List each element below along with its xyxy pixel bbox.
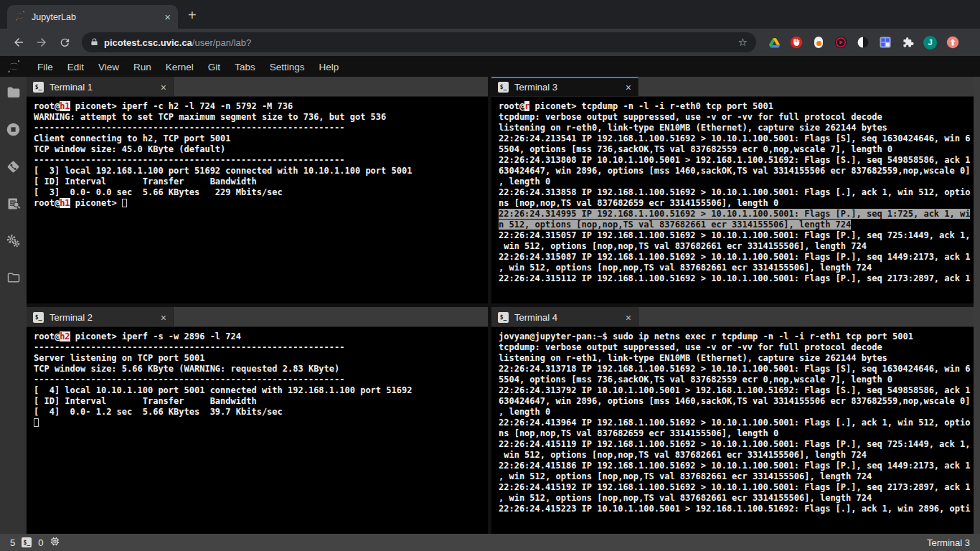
panel-terminal-4: $_ Terminal 4 × jovyan@jupyter-pan:~$ su… <box>491 307 974 534</box>
terminal-line: 22:26:24.415192 IP 192.168.1.100.51692 >… <box>499 482 974 493</box>
terminal-line: 5504, options [mss 736,sackOK,TS val 837… <box>499 375 974 385</box>
browser-tab[interactable]: JupyterLab × <box>7 5 178 29</box>
terminal-line: listening on r-eth0, link-type EN10MB (E… <box>499 123 974 133</box>
menu-tabs[interactable]: Tabs <box>227 62 263 72</box>
menu-view[interactable]: View <box>91 62 126 72</box>
dock-panel: $_ Terminal 1 × root@h1 piconet> iperf -… <box>27 77 974 534</box>
tab-terminal-3[interactable]: $_ Terminal 3 × <box>491 77 639 96</box>
menu-run[interactable]: Run <box>126 62 159 72</box>
terminal-3-output[interactable]: root@r piconet> tcpdump -n -l -i r-eth0 … <box>491 97 974 303</box>
back-icon[interactable] <box>9 33 28 52</box>
forward-icon[interactable] <box>32 33 51 52</box>
kernel-chip-icon[interactable] <box>50 536 60 549</box>
running-sessions-icon[interactable] <box>6 122 21 140</box>
terminal-icon: $_ <box>33 312 44 323</box>
lock-icon <box>90 36 98 49</box>
close-icon[interactable]: × <box>626 312 631 324</box>
play-circle-icon[interactable] <box>834 36 847 49</box>
git-icon[interactable] <box>6 159 21 177</box>
menu-edit[interactable]: Edit <box>60 62 91 72</box>
close-tab-icon[interactable]: × <box>164 11 171 22</box>
terminal-line: 22:26:24.314995 IP 192.168.1.100.51692 >… <box>499 209 974 220</box>
terminal-line: ns [nop,nop,TS val 837682659 ecr 3314155… <box>499 198 974 209</box>
terminal-icon[interactable]: $_ <box>22 537 32 547</box>
dark-reader-icon[interactable] <box>857 36 870 49</box>
gears-icon[interactable] <box>6 233 21 251</box>
bookmark-star-icon[interactable]: ☆ <box>738 36 748 49</box>
tab-label: Terminal 3 <box>514 82 557 93</box>
terminal-1-output[interactable]: root@h1 piconet> iperf -c h2 -l 724 -n 5… <box>27 97 488 303</box>
drive-icon[interactable] <box>768 36 781 49</box>
terminal-line: 22:26:24.415223 IP 10.10.1.100.5001 > 19… <box>499 504 974 514</box>
folder-outline-icon[interactable] <box>6 270 21 288</box>
kernels-count: 0 <box>38 537 43 548</box>
terminal-line: , length 0 <box>499 176 974 187</box>
adblock-hand-icon[interactable] <box>790 36 803 49</box>
menu-settings[interactable]: Settings <box>263 62 312 72</box>
inspector-search-icon[interactable] <box>6 197 21 214</box>
reload-icon[interactable] <box>55 33 74 52</box>
terminal-line: [ 4] local 10.10.1.100 port 5001 connect… <box>34 385 488 396</box>
extensions-row: J <box>768 36 959 50</box>
tab-terminal-2[interactable]: $_ Terminal 2 × <box>27 307 174 326</box>
puzzle-icon[interactable] <box>901 36 914 49</box>
terminal-line: root@r piconet> tcpdump -n -l -i r-eth0 … <box>499 101 974 112</box>
terminal-line: TCP window size: 5.66 KByte (WARNING: re… <box>34 364 488 375</box>
terminal-line: tcpdump: verbose output suppressed, use … <box>499 112 974 123</box>
menu-kernel[interactable]: Kernel <box>159 62 201 72</box>
terminals-count: 5 <box>10 537 15 548</box>
tab-label: Terminal 1 <box>50 82 93 93</box>
url-bar[interactable]: picotest.csc.uvic.ca/user/pan/lab? ☆ <box>82 32 756 52</box>
egg-icon[interactable] <box>812 36 825 49</box>
jupyterlab-main: $_ Terminal 1 × root@h1 piconet> iperf -… <box>0 77 980 534</box>
terminal-line: WARNING: attempt to set TCP maximum segm… <box>34 112 488 123</box>
tab-terminal-4[interactable]: $_ Terminal 4 × <box>491 307 639 326</box>
terminal-line <box>34 418 488 428</box>
terminal-line: win 512, options [nop,nop,TS val 8376826… <box>499 241 974 252</box>
panel-terminal-1: $_ Terminal 1 × root@h1 piconet> iperf -… <box>27 77 488 303</box>
url-path: /user/pan/lab? <box>192 37 251 48</box>
terminal-line: ----------------------------------------… <box>34 375 488 385</box>
tab-label: Terminal 2 <box>50 312 93 323</box>
terminal-line: 630424647, win 2896, options [mss 1460,s… <box>499 396 974 407</box>
terminal-line: 22:26:24.313792 IP 10.10.1.100.5001 > 19… <box>499 385 974 396</box>
close-icon[interactable]: × <box>161 82 166 93</box>
terminal-line: [ 3] local 192.168.1.100 port 51692 conn… <box>34 166 488 176</box>
terminal-line: 22:26:24.315112 IP 192.168.1.100.51692 >… <box>499 273 974 284</box>
terminal-line: [ 4] 0.0- 1.2 sec 5.66 KBytes 39.7 Kbits… <box>34 407 488 418</box>
terminal-line: 22:26:24.213541 IP 192.168.1.100.51692 >… <box>499 133 974 144</box>
terminal-line: 5504, options [mss 736,sackOK,TS val 837… <box>499 144 974 155</box>
terminal-line: , win 512, options [nop,nop,TS val 83768… <box>499 471 974 482</box>
tab-grid-icon[interactable] <box>879 36 892 49</box>
file-browser-icon[interactable] <box>6 85 21 103</box>
left-sidebar <box>0 77 27 534</box>
terminal-2-output[interactable]: root@h2 piconet> iperf -s -w 2896 -l 724… <box>27 327 488 534</box>
terminal-line: [ ID] Interval Transfer Bandwidth <box>34 396 488 407</box>
status-bar: 5 $_ 0 Terminal 3 <box>0 534 980 551</box>
terminal-line: [ 3] 0.0- 0.0 sec 5.66 KBytes 229 Mbits/… <box>34 187 488 198</box>
terminal-line: root@h1 piconet> iperf -c h2 -l 724 -n 5… <box>34 101 488 112</box>
terminal-line: root@h2 piconet> iperf -s -w 2896 -l 724 <box>34 331 488 342</box>
close-icon[interactable]: × <box>161 312 166 324</box>
menu-git[interactable]: Git <box>201 62 227 72</box>
tab-terminal-1[interactable]: $_ Terminal 1 × <box>27 77 174 96</box>
terminal-line: 22:26:24.313808 IP 10.10.1.100.5001 > 19… <box>499 155 974 166</box>
terminal-line: 22:26:24.315057 IP 192.168.1.100.51692 >… <box>499 230 974 241</box>
tab-label: Terminal 4 <box>514 312 557 323</box>
terminal-line: [ ID] Interval Transfer Bandwidth <box>34 176 488 187</box>
update-circle-icon[interactable] <box>946 36 959 49</box>
terminal-line: 630424647, win 2896, options [mss 1460,s… <box>499 166 974 176</box>
menu-help[interactable]: Help <box>311 62 346 72</box>
terminal-line: , win 512, options [nop,nop,TS val 83768… <box>499 263 974 273</box>
terminal-line: ----------------------------------------… <box>34 123 488 133</box>
terminal-line: tcpdump: verbose output suppressed, use … <box>499 342 974 353</box>
close-icon[interactable]: × <box>626 82 631 93</box>
menu-file[interactable]: File <box>30 62 60 72</box>
terminal-4-output[interactable]: jovyan@jupyter-pan:~$ sudo ip netns exec… <box>491 327 974 534</box>
terminal-line: listening on r-eth1, link-type EN10MB (E… <box>499 353 974 364</box>
terminal-line: ns [nop,nop,TS val 837682659 ecr 3314155… <box>499 428 974 439</box>
current-widget-label: Terminal 3 <box>927 537 970 548</box>
jupyter-favicon <box>14 10 26 24</box>
profile-avatar-j[interactable]: J <box>923 36 937 50</box>
new-tab-button[interactable]: + <box>188 8 197 22</box>
